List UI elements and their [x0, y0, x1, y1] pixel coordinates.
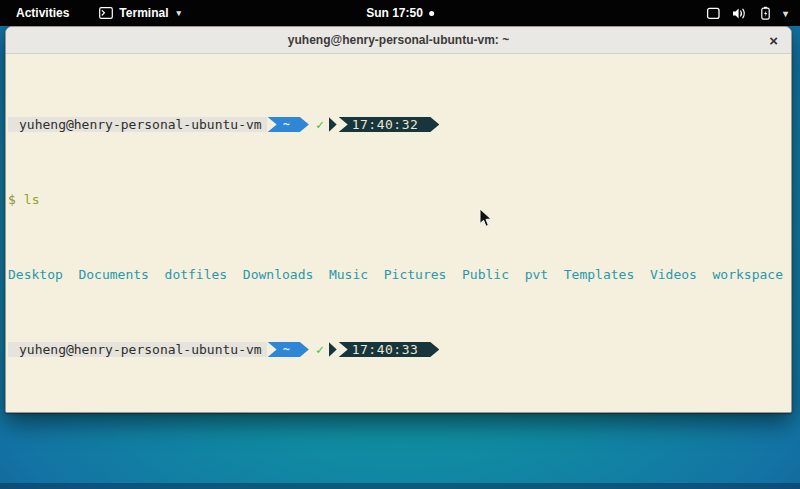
directory-entry: dotfiles	[165, 267, 228, 282]
desktop-background: Activities Terminal ▾ Sun 17:50	[0, 0, 800, 489]
close-icon[interactable]: ×	[769, 33, 778, 48]
prompt-dollar: $	[8, 192, 16, 207]
chevron-down-icon: ▾	[783, 8, 788, 19]
prompt-path-segment: ~	[268, 117, 309, 132]
prompt-line-2: yuheng@henry-personal-ubuntu-vm ~ ✓ 17:4…	[8, 342, 789, 357]
prompt-path-segment: ~	[268, 342, 309, 357]
directory-entry: Desktop	[8, 267, 63, 282]
typed-command: ls	[24, 192, 40, 207]
activities-button[interactable]: Activities	[12, 4, 73, 22]
prompt-time-segment: 17:40:33	[339, 342, 440, 357]
top-bar: Activities Terminal ▾ Sun 17:50	[0, 0, 800, 26]
prompt-user-host: yuheng@henry-personal-ubuntu-vm	[8, 117, 267, 132]
directory-entry: Documents	[78, 267, 148, 282]
directory-entry: Downloads	[243, 267, 313, 282]
directory-entry: Videos	[650, 267, 697, 282]
powerline-arrow-icon	[329, 342, 337, 357]
notification-dot	[429, 11, 434, 16]
app-menu-terminal[interactable]: Terminal ▾	[99, 6, 181, 20]
prompt-path: ~	[283, 117, 290, 132]
chevron-down-icon: ▾	[176, 8, 181, 18]
terminal-icon	[99, 7, 113, 19]
display-icon	[706, 7, 721, 20]
clock-label: Sun 17:50	[366, 6, 423, 20]
prompt-time: 17:40:32	[352, 117, 419, 132]
ls-output-line: Desktop Documents dotfiles Downloads Mus…	[8, 267, 789, 282]
check-icon: ✓	[316, 117, 324, 132]
prompt-time-segment: 17:40:32	[339, 117, 440, 132]
clock-button[interactable]: Sun 17:50	[366, 6, 434, 20]
terminal-content[interactable]: yuheng@henry-personal-ubuntu-vm ~ ✓ 17:4…	[6, 54, 791, 412]
prompt-time: 17:40:33	[352, 342, 419, 357]
prompt-line-1: yuheng@henry-personal-ubuntu-vm ~ ✓ 17:4…	[8, 117, 789, 132]
directory-entry: Pictures	[384, 267, 447, 282]
check-icon: ✓	[316, 342, 324, 357]
command-line: $ls	[8, 192, 789, 207]
window-titlebar[interactable]: yuheng@henry-personal-ubuntu-vm: ~ ×	[6, 27, 791, 54]
prompt-path: ~	[283, 342, 290, 357]
directory-entry: Music	[329, 267, 368, 282]
directory-entry: Templates	[564, 267, 634, 282]
system-status-menu[interactable]: ▾	[702, 0, 792, 26]
volume-icon	[732, 7, 748, 20]
window-title: yuheng@henry-personal-ubuntu-vm: ~	[288, 33, 509, 47]
directory-entry: Public	[462, 267, 509, 282]
directory-entry: workspace	[713, 267, 783, 282]
battery-charging-icon	[759, 6, 772, 20]
powerline-arrow-icon	[329, 117, 337, 132]
app-menu-label: Terminal	[119, 6, 168, 20]
directory-entry: pvt	[525, 267, 548, 282]
terminal-window: yuheng@henry-personal-ubuntu-vm: ~ × yuh…	[5, 26, 792, 413]
prompt-user-host: yuheng@henry-personal-ubuntu-vm	[8, 342, 267, 357]
